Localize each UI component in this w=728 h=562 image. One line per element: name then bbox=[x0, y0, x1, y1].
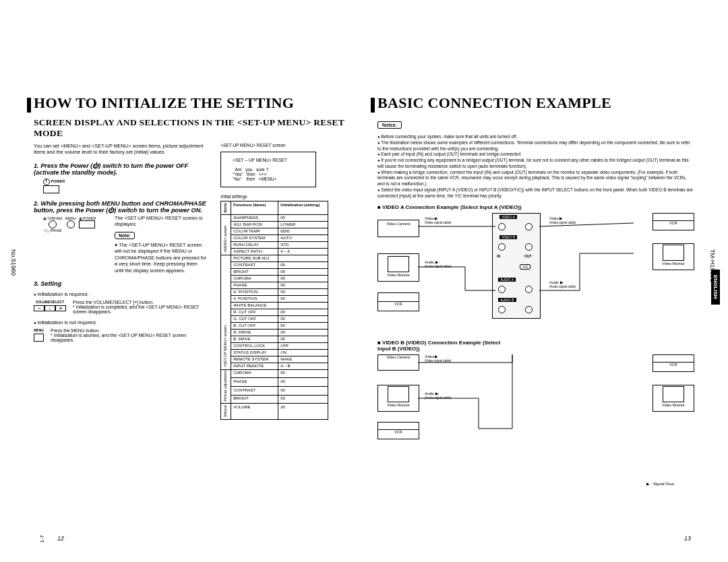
right-page: BASIC CONNECTION EXAMPLE Notes: Before c… bbox=[377, 27, 694, 542]
diagram-b: Video Camera Video Monitor VCR VCR Video… bbox=[377, 354, 694, 476]
volume-select-graphic: VOLUME/SELECT −○+ bbox=[34, 300, 66, 311]
note-item: Before connecting your system, make sure… bbox=[377, 134, 694, 140]
note-tag: Note: bbox=[115, 232, 135, 239]
note-item: Select the video input signal (INPUT A (… bbox=[377, 187, 694, 199]
heading-accent bbox=[27, 98, 31, 113]
reset-screen-box: <SET – UP MENU> RESET Are you sure ? "Ye… bbox=[220, 152, 316, 187]
power-label: POWER bbox=[43, 179, 207, 185]
language-tab: ENGLISH bbox=[711, 270, 720, 305]
note-item: The illustration below shows some exampl… bbox=[377, 140, 694, 152]
notes-list: Before connecting your system, make sure… bbox=[377, 134, 694, 199]
monitor-rear-panel: VIDEO A VIDEO B IN OUT Y/C AUDIO A AUDIO… bbox=[492, 213, 541, 319]
init-not-required: Initialization is not required. bbox=[34, 319, 207, 325]
heading-accent bbox=[371, 98, 375, 113]
note-item: Each pair of input (IN) and output (OUT)… bbox=[377, 152, 694, 158]
intro-text: You can set <MENU> and <SET-UP MENU> scr… bbox=[34, 143, 207, 156]
doc-number: No.51960 bbox=[10, 249, 17, 276]
conn-title-a: VIDEO A Connection Example (Select Input… bbox=[377, 204, 694, 210]
right-title: BASIC CONNECTION EXAMPLE bbox=[377, 94, 694, 112]
init-required-text: Press the VOLUME/SELECT [+] button. * In… bbox=[73, 300, 207, 314]
initial-settings-caption: Initial settings bbox=[220, 194, 351, 199]
step-3: 3. Setting bbox=[34, 280, 207, 287]
init-required: Initialization is required. bbox=[34, 291, 207, 297]
diagram-a: Video Camera Video Monitor VCR VIDEO A V… bbox=[377, 213, 694, 334]
menu-button-graphic: MENU bbox=[34, 328, 44, 342]
initial-settings-table: SortsFunctions (Items)Initialization (se… bbox=[220, 201, 328, 420]
note-item: When making a bridge connection, connect… bbox=[377, 170, 694, 187]
note-item: If you're not connecting any equipment t… bbox=[377, 158, 694, 170]
left-page: HOW TO INITIALIZE THE SETTING SCREEN DIS… bbox=[34, 27, 351, 542]
conn-title-b: VIDEO B (VIDEO) Connection Example (Sele… bbox=[377, 340, 512, 352]
reset-screen-title: <SET-UP MENU> RESET screen bbox=[220, 143, 351, 148]
notes-tag: Notes: bbox=[377, 121, 402, 129]
power-icon bbox=[43, 179, 50, 185]
signal-flow-legend: ▶ : Signal Flow bbox=[377, 481, 694, 486]
left-title: HOW TO INITIALIZE THE SETTING bbox=[34, 94, 351, 112]
step-1: 1. Press the Power (⏻) switch to turn th… bbox=[34, 162, 207, 176]
note-text: ● The <SET-UP MENU> RESET screen will no… bbox=[115, 242, 207, 274]
init-not-required-text: Press the MENU button. * Initialization … bbox=[51, 328, 207, 342]
reset-shown-text: The <SET-UP MENU> RESET screen is displa… bbox=[115, 215, 207, 228]
step-2: 2. While pressing both MENU button and C… bbox=[34, 200, 207, 214]
left-subtitle: SCREEN DISPLAY AND SELECTIONS IN THE <SE… bbox=[34, 117, 351, 139]
power-button-graphic bbox=[43, 185, 59, 193]
